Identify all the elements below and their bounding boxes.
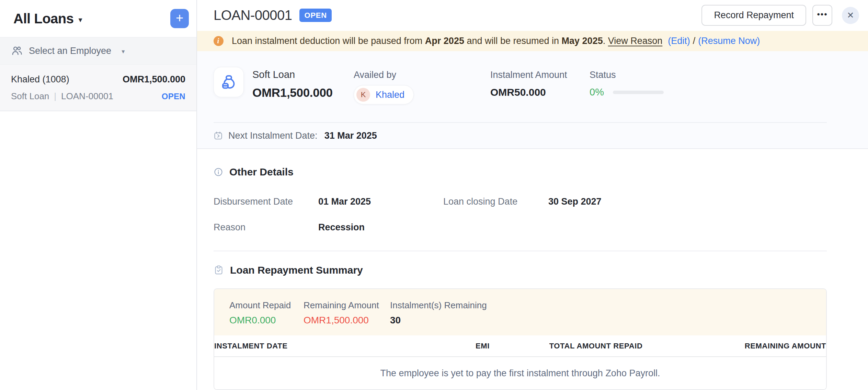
status-progress-row: 0% (590, 87, 664, 98)
loan-type-tile (214, 67, 244, 97)
field-label: Reason (214, 222, 318, 233)
record-repayment-button[interactable]: Record Repayment (701, 5, 806, 26)
edit-pause-link[interactable]: (Edit) (668, 36, 690, 46)
loan-overview-section: Soft Loan OMR1,500.000 Availed by K Khal… (197, 51, 868, 149)
other-details-title: Other Details (229, 166, 294, 178)
divider (214, 251, 827, 251)
employee-filter-placeholder: Select an Employee (29, 46, 111, 56)
column-header: TOTAL AMOUNT REPAID (490, 335, 643, 357)
stat-instalments-remaining: Instalment(s) Remaining 30 (390, 300, 487, 326)
loan-amount: OMR1,500.000 (252, 86, 354, 100)
avatar: K (356, 88, 370, 102)
loan-overview-row: Soft Loan OMR1,500.000 Availed by K Khal… (197, 51, 868, 104)
sidebar: All Loans ▾ + Select an Employee ▾ Kha (0, 0, 197, 390)
stat-value: 30 (390, 315, 487, 326)
column-header: EMI (429, 335, 490, 357)
clipboard-check-icon (214, 265, 224, 275)
status-block: Status 0% (590, 67, 664, 104)
view-reason-link[interactable]: View Reason (608, 36, 663, 46)
progress-bar (613, 91, 664, 94)
header-actions: Record Repayment ••• ✕ (701, 5, 859, 26)
table-empty-message: The employee is yet to pay the first ins… (214, 357, 826, 389)
next-instalment-label: Next Instalment Date: (228, 130, 318, 141)
loan-amount-block: Soft Loan OMR1,500.000 (252, 67, 354, 104)
next-instalment-row: Next Instalment Date: 31 Mar 2025 (197, 123, 868, 148)
link-separator: / (693, 36, 696, 46)
page-title: LOAN-00001 (214, 8, 292, 23)
table-header-row: INSTALMENT DATE EMI TOTAL AMOUNT REPAID … (214, 335, 826, 357)
pause-notice-banner: i Loan instalment deduction will be paus… (197, 31, 868, 51)
caret-down-icon: ▾ (122, 48, 125, 55)
calendar-next-icon (214, 131, 223, 140)
availed-by-block: Availed by K Khaled (354, 67, 490, 104)
status-label: Status (590, 70, 664, 80)
repayment-summary-card: Amount Repaid OMR0.000 Remaining Amount … (214, 288, 827, 390)
loan-item-id: LOAN-00001 (61, 91, 113, 102)
column-header: REMAINING AMOUNT (642, 335, 826, 357)
caret-down-icon: ▾ (79, 15, 82, 24)
notice-segment: and will be resumed in (464, 36, 562, 46)
resume-now-link[interactable]: (Resume Now) (698, 36, 760, 46)
column-header: INSTALMENT DATE (214, 335, 429, 357)
employee-name-link: Khaled (376, 90, 404, 100)
close-icon: ✕ (847, 10, 854, 20)
loans-filter-dropdown[interactable]: All Loans ▾ (13, 11, 170, 26)
loan-detail-panel: LOAN-00001 OPEN Record Repayment ••• ✕ i… (197, 0, 868, 390)
repayment-table: INSTALMENT DATE EMI TOTAL AMOUNT REPAID … (214, 335, 826, 357)
availed-by-label: Availed by (354, 70, 490, 80)
employee-chip[interactable]: K Khaled (354, 85, 414, 104)
repayment-summary-heading: Loan Repayment Summary (214, 264, 827, 276)
loan-item-employee: Khaled (1008) (11, 74, 69, 85)
loan-app: All Loans ▾ + Select an Employee ▾ Kha (0, 0, 868, 390)
notice-segment: Loan instalment deduction will be paused… (232, 36, 425, 46)
status-badge: OPEN (299, 9, 332, 22)
other-details-grid: Disbursement Date 01 Mar 2025 Loan closi… (214, 196, 827, 233)
sidebar-header: All Loans ▾ + (0, 0, 196, 37)
pause-month: Apr 2025 (425, 36, 464, 46)
loan-item-status: OPEN (162, 92, 185, 101)
field-label: Disbursement Date (214, 196, 318, 207)
employee-filter-select[interactable]: Select an Employee ▾ (0, 37, 196, 65)
info-icon: i (214, 36, 224, 46)
field-value: Recession (318, 222, 443, 233)
stat-label: Instalment(s) Remaining (390, 300, 487, 311)
detail-header: LOAN-00001 OPEN Record Repayment ••• ✕ (197, 0, 868, 31)
field-label: Loan closing Date (443, 196, 548, 207)
sidebar-title: All Loans (13, 11, 74, 26)
notice-segment: . (603, 36, 608, 46)
employees-icon (11, 45, 23, 57)
info-circle-icon (214, 167, 223, 177)
divider: | (54, 91, 56, 102)
stat-label: Remaining Amount (304, 300, 390, 311)
loan-type: Soft Loan (252, 69, 354, 80)
instalment-amount-value: OMR50.000 (490, 87, 590, 98)
field-value: 30 Sep 2027 (548, 196, 827, 207)
stat-amount-repaid: Amount Repaid OMR0.000 (229, 300, 304, 326)
loan-list-item[interactable]: Khaled (1008) OMR1,500.000 Soft Loan | L… (0, 65, 196, 111)
loan-item-amount: OMR1,500.000 (123, 74, 185, 85)
next-instalment-value: 31 Mar 2025 (324, 130, 377, 141)
loan-item-type: Soft Loan (11, 91, 49, 102)
plus-icon: + (176, 11, 183, 24)
stat-remaining-amount: Remaining Amount OMR1,500.000 (304, 300, 390, 326)
close-button[interactable]: ✕ (842, 7, 859, 24)
loan-item-row-primary: Khaled (1008) OMR1,500.000 (11, 74, 185, 85)
money-bag-icon (220, 74, 237, 90)
repayment-summary-title: Loan Repayment Summary (230, 264, 363, 276)
detail-content: Other Details Disbursement Date 01 Mar 2… (197, 149, 868, 390)
repayment-stats: Amount Repaid OMR0.000 Remaining Amount … (214, 289, 826, 335)
instalment-amount-label: Instalment Amount (490, 70, 590, 80)
progress-percent: 0% (590, 87, 604, 98)
more-actions-button[interactable]: ••• (812, 5, 832, 26)
field-value: 01 Mar 2025 (318, 196, 443, 207)
pause-notice-text: Loan instalment deduction will be paused… (232, 36, 760, 46)
instalment-amount-block: Instalment Amount OMR50.000 (490, 67, 590, 104)
stat-label: Amount Repaid (229, 300, 304, 311)
add-loan-button[interactable]: + (170, 9, 189, 28)
ellipsis-icon: ••• (817, 10, 827, 19)
loan-item-row-secondary: Soft Loan | LOAN-00001 OPEN (11, 91, 185, 102)
other-details-heading: Other Details (214, 166, 827, 178)
resume-month: May 2025 (562, 36, 603, 46)
stat-value: OMR1,500.000 (304, 315, 390, 326)
stat-value: OMR0.000 (229, 315, 304, 326)
